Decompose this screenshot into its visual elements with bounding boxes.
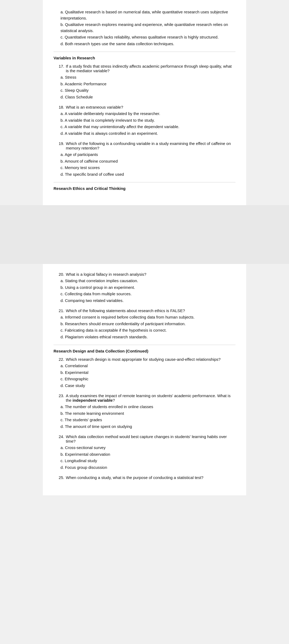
option-item: b. A variable that is completely irrelev…	[60, 117, 235, 124]
option-item: c. Sleep Quality	[60, 87, 235, 94]
question-19: 19. Which of the following is a confound…	[54, 141, 235, 177]
option-item: c. Ethnographic	[60, 376, 235, 382]
question-number: 20.	[56, 272, 64, 277]
question-18: 18. What is an extraneous variable? a. A…	[54, 105, 235, 136]
question-17: 17. If a study finds that stress indirec…	[54, 64, 235, 100]
question-text: 23. A study examines the impact of remot…	[56, 393, 235, 402]
question-body: When conducting a study, what is the pur…	[66, 475, 235, 480]
options-list: a. A variable deliberately manipulated b…	[56, 111, 235, 136]
bold-text: independent variable	[73, 398, 113, 402]
question-22: 22. Which research design is most approp…	[54, 357, 235, 389]
divider	[54, 182, 235, 182]
option-item: c. Quantitative research lacks reliabili…	[60, 34, 235, 40]
options-list: a. Stress b. Academic Performance c. Sle…	[56, 74, 235, 100]
question-21: 21. Which of the following statements ab…	[54, 308, 235, 340]
options-list: a. Cross-sectional survey b. Experimenta…	[56, 445, 235, 470]
option-item: d. Plagiarism violates ethical research …	[60, 334, 235, 340]
option-item: a. Informed consent is required before c…	[60, 314, 235, 320]
intro-options: a. Qualitative research is based on nume…	[56, 9, 235, 47]
question-number: 25.	[56, 475, 64, 480]
option-item: b. Using a control group in an experimen…	[60, 285, 235, 291]
options-list: a. Correlational b. Experimental c. Ethn…	[56, 363, 235, 389]
question-text: 22. Which research design is most approp…	[56, 357, 235, 362]
option-item: d. Both research types use the same data…	[60, 41, 235, 47]
option-item: c. A variable that may unintentionally a…	[60, 124, 235, 130]
divider	[54, 345, 235, 345]
page-content-2: 20. What is a logical fallacy in researc…	[43, 264, 246, 495]
option-item: c. The students' grades	[60, 417, 235, 423]
option-item: b. Academic Performance	[60, 81, 235, 87]
question-text: 24. Which data collection method would b…	[56, 434, 235, 443]
page-break-gray	[0, 205, 289, 264]
option-item: a. The number of students enrolled in on…	[60, 404, 235, 410]
question-body: If a study finds that stress indirectly …	[66, 64, 235, 73]
option-item: b. Experimental observation	[60, 451, 235, 458]
option-item: d. The amount of time spent on studying	[60, 424, 235, 430]
option-item: a. Stress	[60, 74, 235, 80]
question-text: 17. If a study finds that stress indirec…	[56, 64, 235, 73]
option-item: d. Focus group discussion	[60, 465, 235, 471]
option-item: c. Memory test scores	[60, 165, 235, 171]
option-item: d. Case study	[60, 383, 235, 389]
question-number: 23.	[56, 393, 64, 402]
section-title-design: Research Design and Data Collection (Con…	[54, 349, 235, 353]
option-item: b. Qualitative research explores meaning…	[60, 22, 235, 34]
options-list: a. Age of participants b. Amount of caff…	[56, 152, 235, 177]
option-item: b. Researchers should ensure confidentia…	[60, 321, 235, 327]
question-text: 20. What is a logical fallacy in researc…	[56, 272, 235, 277]
option-item: a. Age of participants	[60, 152, 235, 158]
question-number: 21.	[56, 308, 64, 313]
options-list: a. The number of students enrolled in on…	[56, 404, 235, 430]
question-23: 23. A study examines the impact of remot…	[54, 393, 235, 430]
option-item: d. Class Schedule	[60, 94, 235, 100]
question-body: Which of the following statements about …	[66, 308, 235, 313]
question-text: 18. What is an extraneous variable?	[56, 105, 235, 109]
option-item: c. Fabricating data is acceptable if the…	[60, 327, 235, 333]
option-item: c. Collecting data from multiple sources…	[60, 291, 235, 297]
option-item: d. A variable that is always controlled …	[60, 131, 235, 137]
question-20: 20. What is a logical fallacy in researc…	[54, 272, 235, 304]
question-text: 25. When conducting a study, what is the…	[56, 475, 235, 480]
question-text: 19. Which of the following is a confound…	[56, 141, 235, 150]
option-item: c. Longitudinal study	[60, 458, 235, 464]
question-body: Which research design is most appropriat…	[66, 357, 235, 362]
question-24: 24. Which data collection method would b…	[54, 434, 235, 470]
question-body: Which data collection method would best …	[66, 434, 235, 443]
question-number: 24.	[56, 434, 64, 443]
section-title-ethics: Research Ethics and Critical Thinking	[54, 186, 235, 191]
option-item: a. Correlational	[60, 363, 235, 369]
question-25: 25. When conducting a study, what is the…	[54, 475, 235, 480]
option-item: d. Comparing two related variables.	[60, 298, 235, 304]
intro-options-block: a. Qualitative research is based on nume…	[54, 9, 235, 47]
section-title-variables: Variables in Research	[54, 56, 235, 60]
question-number: 19.	[56, 141, 64, 150]
question-number: 22.	[56, 357, 64, 362]
question-body: Which of the following is a confounding …	[66, 141, 235, 150]
divider	[54, 52, 235, 52]
option-item: a. Stating that correlation implies caus…	[60, 278, 235, 284]
page-content: a. Qualitative research is based on nume…	[43, 0, 246, 205]
question-body: What is a logical fallacy in research an…	[66, 272, 235, 277]
question-text: 21. Which of the following statements ab…	[56, 308, 235, 313]
option-item: b. Experimental	[60, 370, 235, 376]
option-item: d. The specific brand of coffee used	[60, 171, 235, 178]
options-list: a. Stating that correlation implies caus…	[56, 278, 235, 304]
option-item: a. A variable deliberately manipulated b…	[60, 111, 235, 117]
option-item: a. Cross-sectional survey	[60, 445, 235, 451]
question-number: 18.	[56, 105, 64, 109]
question-body: What is an extraneous variable?	[66, 105, 235, 109]
option-item: a. Qualitative research is based on nume…	[60, 9, 235, 21]
question-number: 17.	[56, 64, 64, 73]
option-item: b. The remote learning environment	[60, 411, 235, 417]
question-body: A study examines the impact of remote le…	[66, 393, 235, 402]
option-item: b. Amount of caffeine consumed	[60, 158, 235, 164]
options-list: a. Informed consent is required before c…	[56, 314, 235, 340]
